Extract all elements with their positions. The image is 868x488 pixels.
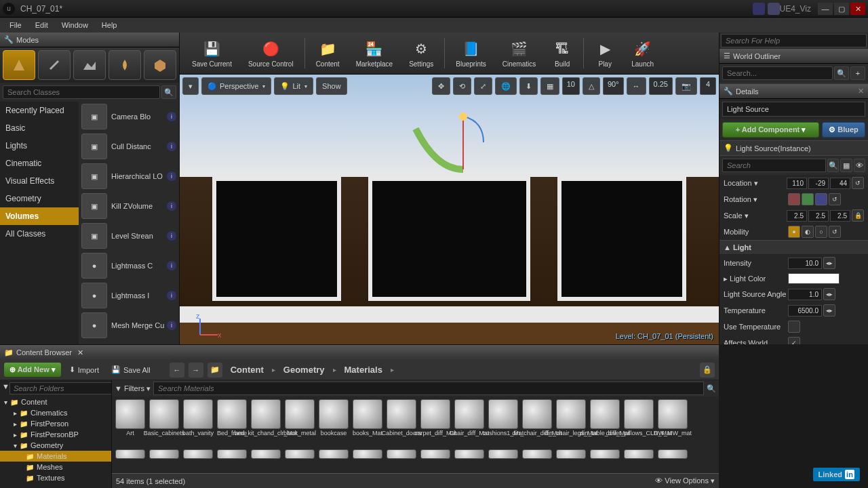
landscape-mode-icon[interactable] <box>73 50 106 80</box>
cat-all-classes[interactable]: All Classes <box>0 225 79 243</box>
blueprint-button[interactable]: ⚙ Bluep <box>822 122 865 138</box>
material-item[interactable]: bath_vanity <box>182 399 214 447</box>
details-close-icon[interactable]: ✕ <box>858 87 864 96</box>
location-y[interactable]: -29 <box>808 178 829 189</box>
scale-x[interactable]: 2.5 <box>787 210 807 222</box>
menu-help[interactable]: Help <box>95 20 124 30</box>
toolbar-save-button[interactable]: 💾Save Current <box>185 35 239 71</box>
expand-icon[interactable]: ▸ <box>14 420 17 428</box>
save-all-button[interactable]: 💾 Save All <box>107 363 155 377</box>
menu-file[interactable]: File <box>3 20 28 30</box>
material-item[interactable]: duvet_pillows_CLR_Mat <box>623 399 654 447</box>
material-item[interactable] <box>250 449 281 459</box>
folder-node[interactable]: ▸📁FirstPerson <box>0 418 111 429</box>
material-item[interactable]: Cabinet_doors <box>386 399 417 447</box>
camera-speed-button[interactable]: 📷 <box>675 77 697 95</box>
outliner-search-input[interactable] <box>722 66 833 80</box>
folder-node[interactable]: 📁Materials <box>0 451 111 462</box>
add-new-button[interactable]: ⊕ Add New ▾ <box>4 363 61 377</box>
asset-item[interactable]: ●Lightmass Ii <box>79 281 179 310</box>
scale-gizmo-button[interactable]: ⤢ <box>474 77 492 95</box>
cat-recently-placed[interactable]: Recently Placed <box>0 102 79 119</box>
cb-asset-search-icon[interactable]: 🔍 <box>707 384 716 393</box>
nav-forward-button[interactable]: → <box>189 363 203 378</box>
cat-lights[interactable]: Lights <box>0 137 79 155</box>
material-item[interactable] <box>182 449 214 459</box>
toolbar-launch-button[interactable]: 🚀Launch <box>625 35 660 71</box>
rotation-gizmo[interactable] <box>395 108 504 190</box>
material-item[interactable]: Art <box>115 399 146 447</box>
import-button[interactable]: ⬇ Import <box>65 363 103 377</box>
cb-lock-icon[interactable]: 🔒 <box>700 363 715 378</box>
cb-tree-search-input[interactable] <box>9 382 112 394</box>
cb-tree-filter-icon[interactable]: ▼ <box>2 382 9 394</box>
folder-node[interactable]: ▸📁Cinematics <box>0 407 111 418</box>
scale-y[interactable]: 2.5 <box>808 210 829 222</box>
expand-icon[interactable]: ▸ <box>14 431 17 439</box>
place-mode-icon[interactable] <box>3 50 35 80</box>
show-button[interactable]: Show <box>316 77 347 95</box>
nav-back-button[interactable]: ← <box>170 363 184 378</box>
asset-info-icon[interactable]: i <box>167 142 176 151</box>
material-item[interactable] <box>555 449 587 459</box>
light-color-swatch[interactable] <box>788 273 840 284</box>
folder-node[interactable]: 📁Textures <box>0 472 111 483</box>
rotation-reset-icon[interactable]: ↺ <box>829 193 841 205</box>
toolbar-source-button[interactable]: 🔴Source Control <box>241 35 300 71</box>
filters-button[interactable]: ▼ Filters ▾ <box>115 384 151 393</box>
menu-edit[interactable]: Edit <box>28 20 55 30</box>
menu-window[interactable]: Window <box>55 20 95 30</box>
asset-info-icon[interactable]: i <box>167 231 176 241</box>
crumb-geometry[interactable]: Geometry <box>279 363 329 376</box>
source-control-icon[interactable] <box>753 3 765 15</box>
intensity-spinner-icon[interactable]: ◂▸ <box>823 257 835 269</box>
details-search-icon[interactable]: 🔍 <box>827 159 839 172</box>
camera-speed-value[interactable]: 4 <box>700 77 716 95</box>
translate-gizmo-button[interactable]: ✥ <box>432 77 450 95</box>
mobility-static-button[interactable]: ● <box>788 226 800 238</box>
cat-cinematic[interactable]: Cinematic <box>0 155 79 172</box>
light-section-header[interactable]: ▲ Light <box>719 240 868 255</box>
outliner-tab[interactable]: ☰ World Outliner <box>719 49 868 64</box>
material-item[interactable] <box>488 449 519 459</box>
scale-z[interactable]: 2.5 <box>830 210 850 222</box>
temperature-spinner-icon[interactable]: ◂▸ <box>823 304 835 317</box>
world-local-button[interactable]: 🌐 <box>495 77 517 95</box>
asset-list[interactable]: ▣Camera Bloi▣Cull Distanci▣Hierarchical … <box>79 102 179 344</box>
lit-button[interactable]: 💡 Lit▾ <box>274 77 313 95</box>
outliner-search-button[interactable]: 🔍 <box>834 66 849 80</box>
scale-lock-icon[interactable]: 🔒 <box>852 209 864 222</box>
asset-item[interactable]: ▣Cull Distanci <box>79 131 179 161</box>
material-item[interactable]: bed_kit_chand_clr_Mat <box>250 399 281 447</box>
temperature-value[interactable]: 6500.0 <box>788 305 822 317</box>
toolbar-content-button[interactable]: 📁Content <box>309 35 347 71</box>
angle-snap-value[interactable]: 90° <box>603 77 624 95</box>
rotate-gizmo-button[interactable]: ⟲ <box>453 77 471 95</box>
cb-asset-search-input[interactable] <box>153 382 704 395</box>
modes-search-button[interactable]: 🔍 <box>161 85 176 99</box>
material-item[interactable] <box>454 449 485 459</box>
material-item[interactable] <box>386 449 417 459</box>
material-item[interactable]: books_Mat <box>352 399 383 447</box>
nav-folder-button[interactable]: 📁 <box>208 363 222 378</box>
toolbar-play-button[interactable]: ▶Play <box>588 35 622 71</box>
toolbar-cinema-button[interactable]: 🎬Cinematics <box>496 35 542 71</box>
details-tab[interactable]: 🔧 Details ✕ <box>719 84 868 99</box>
modes-tab[interactable]: 🔧 Modes <box>0 33 179 47</box>
asset-item[interactable]: ▣Camera Bloi <box>79 102 179 131</box>
toolbar-market-button[interactable]: 🏪Marketplace <box>349 35 399 71</box>
details-instance[interactable]: 💡 Light Source(Instance) <box>719 140 868 156</box>
scale-snap-value[interactable]: 0.25 <box>649 77 673 95</box>
folder-node[interactable]: 📁Meshes <box>0 462 111 472</box>
material-item[interactable]: black_metal <box>284 399 315 447</box>
minimize-button[interactable]: — <box>818 3 833 15</box>
cb-tree[interactable]: ▼🔍 ▾📁Content▸📁Cinematics▸📁FirstPerson▸📁F… <box>0 380 112 488</box>
details-eye-icon[interactable]: 👁 <box>854 159 865 172</box>
material-item[interactable]: bookcase <box>318 399 349 447</box>
mobility-reset-icon[interactable]: ↺ <box>829 226 841 238</box>
folder-node[interactable]: ▾📁Content <box>0 396 111 407</box>
details-matrix-icon[interactable]: ▦ <box>840 159 852 172</box>
toolbar-settings-button[interactable]: ⚙Settings <box>402 35 440 71</box>
expand-icon[interactable]: ▾ <box>4 399 7 406</box>
rot-z-icon[interactable] <box>815 193 827 205</box>
